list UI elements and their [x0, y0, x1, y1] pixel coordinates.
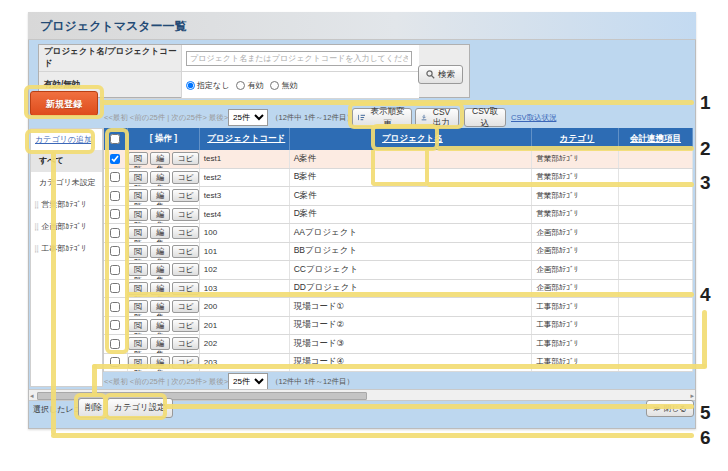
row-checkbox[interactable]: [110, 246, 120, 256]
row-checkbox[interactable]: [110, 209, 120, 219]
accounting-cell: [619, 150, 693, 168]
sort-order-button[interactable]: 表示順変更: [352, 108, 412, 127]
copy-button[interactable]: コピー: [172, 226, 199, 239]
copy-button[interactable]: コピー: [172, 171, 199, 184]
csv-import-button[interactable]: CSV取込: [464, 108, 506, 127]
edit-button[interactable]: 編集: [150, 282, 170, 295]
project-code-cell: test1: [200, 150, 290, 168]
edit-button[interactable]: 編集: [150, 208, 170, 221]
row-checkbox[interactable]: [110, 320, 120, 330]
edit-button[interactable]: 編集: [150, 263, 170, 276]
edit-button[interactable]: 編集: [150, 245, 170, 258]
title-bar: プロジェクトマスター一覧: [28, 12, 696, 40]
csv-status-link[interactable]: CSV取込状況: [511, 113, 556, 123]
copy-button[interactable]: コピー: [172, 319, 199, 332]
accounting-header[interactable]: 会計連携項目: [630, 133, 681, 145]
delete-button[interactable]: 削除: [78, 398, 109, 418]
sidebar-item-sales[interactable]: ⣿ 営業部ｶﾃｺﾞﾘ: [31, 194, 102, 216]
project-code-cell: test3: [200, 187, 290, 205]
row-checkbox[interactable]: [110, 191, 120, 201]
view-button[interactable]: 閲覧: [128, 208, 148, 221]
csv-export-button[interactable]: CSV出力: [415, 108, 459, 127]
edit-button[interactable]: 編集: [150, 226, 170, 239]
view-button[interactable]: 閲覧: [128, 226, 148, 239]
drag-handle-icon[interactable]: ⣿: [34, 194, 39, 216]
sort-by-code-header[interactable]: プロジェクトコード: [207, 133, 285, 145]
copy-button[interactable]: コピー: [172, 189, 199, 202]
copy-button[interactable]: コピー: [172, 300, 199, 313]
sidebar-item-planning[interactable]: ⣿ 企画部ｶﾃｺﾞﾘ: [31, 216, 102, 238]
view-button[interactable]: 閲覧: [128, 300, 148, 313]
row-checkbox[interactable]: [110, 154, 120, 164]
edit-button[interactable]: 編集: [150, 337, 170, 350]
row-checkbox[interactable]: [110, 172, 120, 182]
row-checkbox[interactable]: [110, 339, 120, 349]
pager-nav-top[interactable]: <<最初 <前の25件 | 次の25件> 最後>>: [104, 113, 233, 123]
table-row: 閲覧 編集 コピー 202 現場コード③ 工事部ｶﾃｺﾞﾘ: [104, 335, 693, 354]
radio-unspecified[interactable]: 指定なし: [186, 80, 229, 91]
edit-button[interactable]: 編集: [150, 152, 170, 165]
view-button[interactable]: 閲覧: [128, 245, 148, 258]
sidebar-item-all[interactable]: すべて: [31, 150, 102, 172]
copy-button[interactable]: コピー: [172, 337, 199, 350]
new-register-button[interactable]: 新規登録: [30, 91, 98, 116]
project-name-cell: A案件: [290, 150, 533, 168]
copy-button[interactable]: コピー: [172, 282, 199, 295]
project-name-cell: BBプロジェクト: [290, 243, 533, 261]
scroll-left-icon[interactable]: ◂: [30, 390, 34, 401]
radio-inactive-input[interactable]: [270, 81, 279, 90]
edit-button[interactable]: 編集: [150, 300, 170, 313]
annotation-label-6: 6: [700, 427, 711, 449]
accounting-cell: [619, 206, 693, 224]
sort-by-category-header[interactable]: カテゴリ: [560, 133, 595, 145]
select-all-checkbox[interactable]: [110, 134, 120, 144]
sidebar-item-uncategorized[interactable]: カテゴリ未設定: [31, 172, 102, 194]
radio-active-input[interactable]: [236, 81, 245, 90]
row-checkbox[interactable]: [110, 302, 120, 312]
view-button[interactable]: 閲覧: [128, 189, 148, 202]
radio-inactive[interactable]: 無効: [270, 80, 297, 91]
sidebar-item-construction[interactable]: ⣿ 工事部ｶﾃｺﾞﾘ: [31, 238, 102, 260]
view-button[interactable]: 閲覧: [128, 356, 148, 369]
radio-unspecified-input[interactable]: [186, 81, 195, 90]
drag-handle-icon[interactable]: ⣿: [34, 216, 39, 238]
edit-button[interactable]: 編集: [150, 356, 170, 369]
row-checkbox[interactable]: [110, 357, 120, 367]
copy-button[interactable]: コピー: [172, 245, 199, 258]
project-code-cell: 102: [200, 261, 290, 279]
project-code-cell: 203: [200, 354, 290, 372]
view-button[interactable]: 閲覧: [128, 319, 148, 332]
copy-button[interactable]: コピー: [172, 208, 199, 221]
category-cell: 営業部ｶﾃｺﾞﾘ: [532, 187, 619, 205]
view-button[interactable]: 閲覧: [128, 171, 148, 184]
sort-by-name-header[interactable]: プロジェクト名: [382, 133, 443, 145]
row-checkbox[interactable]: [110, 283, 120, 293]
edit-button[interactable]: 編集: [150, 319, 170, 332]
pager-nav-bottom[interactable]: <<最初 <前の25件 | 次の25件> 最後>>: [104, 377, 233, 387]
close-button[interactable]: ≫ 閉じる: [646, 400, 694, 417]
callout-vert-4-right: [702, 310, 707, 368]
table-row: 閲覧 編集 コピー test4 D案件 営業部ｶﾃｺﾞﾘ: [104, 206, 693, 225]
table-row: 閲覧 編集 コピー 203 現場コード④ 工事部ｶﾃｺﾞﾘ: [104, 354, 693, 373]
view-button[interactable]: 閲覧: [128, 282, 148, 295]
copy-button[interactable]: コピー: [172, 152, 199, 165]
annotation-label-4: 4: [700, 284, 711, 306]
search-button[interactable]: 検索: [418, 65, 463, 84]
per-page-select-top[interactable]: 25件: [228, 109, 268, 126]
per-page-select-bottom[interactable]: 25件: [228, 373, 268, 390]
accounting-cell: [619, 317, 693, 335]
copy-button[interactable]: コピー: [172, 263, 199, 276]
view-button[interactable]: 閲覧: [128, 152, 148, 165]
edit-button[interactable]: 編集: [150, 171, 170, 184]
edit-button[interactable]: 編集: [150, 189, 170, 202]
view-button[interactable]: 閲覧: [128, 337, 148, 350]
drag-handle-icon[interactable]: ⣿: [34, 238, 39, 260]
radio-active[interactable]: 有効: [236, 80, 263, 91]
row-checkbox[interactable]: [110, 265, 120, 275]
view-button[interactable]: 閲覧: [128, 263, 148, 276]
search-input[interactable]: [186, 51, 412, 66]
copy-button[interactable]: コピー: [172, 356, 199, 369]
row-checkbox[interactable]: [110, 228, 120, 238]
category-setting-button[interactable]: カテゴリ設定: [107, 398, 173, 418]
add-category-link[interactable]: カテゴリの追加: [31, 129, 102, 150]
